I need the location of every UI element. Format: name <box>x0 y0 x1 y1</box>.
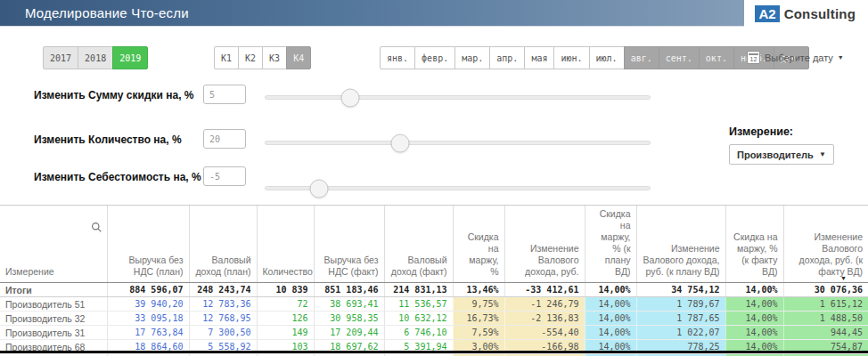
value-cell: 214 831,13 <box>384 283 453 297</box>
page-title: Моделирование Что-если <box>0 5 189 20</box>
year-button-2017[interactable]: 2017 <box>43 46 78 69</box>
month-button-июл.[interactable]: июл. <box>589 46 625 69</box>
value-cell: 12 783,36 <box>189 297 257 312</box>
what-if-table: ИзмерениеВыручка без НДС (план)Валовый д… <box>0 205 868 356</box>
table-header-row: ИзмерениеВыручка без НДС (план)Валовый д… <box>0 206 868 283</box>
month-button-янв.[interactable]: янв. <box>380 46 415 69</box>
value-cell: 14,00% <box>585 283 636 297</box>
value-cell: 7 300,50 <box>189 326 257 340</box>
value-cell: 72 <box>257 297 314 312</box>
month-button-сент.[interactable]: сент. <box>659 46 700 69</box>
value-cell: 16,73% <box>453 312 504 326</box>
dimension-cell[interactable]: Производитель 32 <box>0 312 107 326</box>
discount-change-label: Изменить Сумму скидки на, % <box>34 89 194 101</box>
value-cell: 1 488,50 <box>783 312 868 326</box>
month-button-февр.[interactable]: февр. <box>414 46 455 69</box>
value-cell: 38 693,41 <box>314 297 384 312</box>
value-cell: 39 940,20 <box>107 297 189 312</box>
value-cell: 1 022,07 <box>636 326 725 340</box>
value-cell: 13,46% <box>453 283 504 297</box>
value-cell: 14,00% <box>725 312 783 326</box>
discount-slider-handle[interactable] <box>340 88 359 107</box>
year-button-2019[interactable]: 2019 <box>112 46 148 69</box>
column-header[interactable]: Валовый доход (план) <box>189 206 257 283</box>
dimension-cell[interactable]: Производитель 51 <box>0 297 107 312</box>
quantity-slider[interactable] <box>265 141 651 145</box>
value-cell: 10 839 <box>257 283 314 297</box>
year-filter-group: 201720182019 <box>43 46 148 69</box>
dimension-select[interactable]: Производитель ▼ <box>729 144 834 165</box>
cost-change-input[interactable] <box>203 166 246 186</box>
table-row: Производитель 3233 095,1812 768,9512630 … <box>0 312 868 326</box>
value-cell: 14,00% <box>585 326 636 340</box>
quarter-button-К4[interactable]: К4 <box>286 46 311 69</box>
value-cell: 14,00% <box>725 326 783 340</box>
month-button-мая[interactable]: мая <box>524 46 554 69</box>
column-header[interactable]: Скидка на маржу, % (к плану ВД) <box>585 206 636 283</box>
discount-slider[interactable] <box>265 95 651 100</box>
value-cell: -1 246,79 <box>504 297 585 312</box>
dimension-cell[interactable]: Производитель 31 <box>0 326 107 340</box>
column-header[interactable]: Изменение Валового дохода, руб. <box>504 206 585 283</box>
column-header[interactable]: Валовый доход (факт) <box>384 206 453 283</box>
what-if-dashboard: Моделирование Что-если A2 Consulting 201… <box>0 0 868 356</box>
value-cell: 12 768,95 <box>189 312 257 326</box>
value-cell: 14,00% <box>585 312 636 326</box>
month-button-авг.[interactable]: авг. <box>624 46 659 69</box>
column-header[interactable]: Скидка на маржу, % <box>453 206 504 283</box>
value-cell: 851 183,46 <box>314 283 384 297</box>
chevron-down-icon: ▼ <box>819 150 826 158</box>
value-cell: 34 754,12 <box>636 283 725 297</box>
value-cell: 1 789,67 <box>636 297 725 312</box>
month-button-мар.[interactable]: мар. <box>454 46 490 69</box>
column-header[interactable]: Выручка без НДС (факт) <box>314 206 384 283</box>
totals-label-cell: Итоги <box>0 283 107 297</box>
month-filter-group: янв.февр.мар.апр.маяиюн.июл.авг.сент.окт… <box>380 46 809 69</box>
column-header[interactable]: Скидка на маржу, % (к факту ВД) <box>725 206 783 283</box>
column-header[interactable]: Изменение Валового дохода, руб. (к плану… <box>636 206 725 283</box>
month-button-окт.[interactable]: окт. <box>699 46 734 69</box>
totals-row: Итоги884 596,07248 243,7410 839851 183,4… <box>0 283 868 297</box>
value-cell: 248 243,74 <box>189 283 257 297</box>
search-icon[interactable] <box>91 222 102 233</box>
value-cell: 11 536,57 <box>384 297 453 312</box>
date-picker[interactable]: 12 Выберите дату ▼ <box>747 51 844 64</box>
logo-badge: A2 <box>755 5 779 22</box>
year-button-2018[interactable]: 2018 <box>78 46 113 69</box>
quantity-slider-handle[interactable] <box>390 134 409 152</box>
cost-slider-handle[interactable] <box>310 179 329 198</box>
value-cell: -554,40 <box>504 326 585 340</box>
value-cell: 6 746,10 <box>384 326 453 340</box>
value-cell: 149 <box>257 326 314 340</box>
value-cell: 1 615,12 <box>783 297 868 312</box>
month-button-июн.[interactable]: июн. <box>553 46 589 69</box>
discount-change-input[interactable] <box>203 85 246 104</box>
value-cell: 14,00% <box>725 283 783 297</box>
table-row: Производитель 5139 940,2012 783,367238 6… <box>0 297 868 312</box>
value-cell: 33 095,18 <box>107 312 189 326</box>
column-header[interactable]: Изменение Валового дохода, руб. (к факту… <box>783 206 868 283</box>
month-button-апр.[interactable]: апр. <box>489 46 525 69</box>
value-cell: 10 632,12 <box>384 312 453 326</box>
quarter-button-К3[interactable]: К3 <box>262 46 287 69</box>
value-cell: 126 <box>257 312 314 326</box>
quantity-change-input[interactable] <box>203 129 246 149</box>
quarter-button-К1[interactable]: К1 <box>214 46 239 69</box>
column-header[interactable]: Измерение <box>0 206 107 283</box>
quarter-button-К2[interactable]: К2 <box>238 46 263 69</box>
column-header[interactable]: Выручка без НДС (план) <box>107 206 189 283</box>
quarter-filter-group: К1К2К3К4 <box>214 46 311 69</box>
date-picker-label: Выберите дату <box>765 53 833 63</box>
chevron-down-icon: ▼ <box>838 54 844 61</box>
quantity-change-label: Изменить Количество на, % <box>34 134 182 146</box>
value-cell: 17 209,44 <box>314 326 384 340</box>
column-header[interactable]: Количество <box>257 206 314 283</box>
calendar-icon: 12 <box>747 51 760 64</box>
cost-slider[interactable] <box>265 186 651 190</box>
value-cell: -33 412,61 <box>504 283 585 297</box>
value-cell: 9,75% <box>453 297 504 312</box>
value-cell: 14,00% <box>585 297 636 312</box>
value-cell: 884 596,07 <box>107 283 189 297</box>
value-cell: 30 958,35 <box>314 312 384 326</box>
value-cell: -2 136,83 <box>504 312 585 326</box>
